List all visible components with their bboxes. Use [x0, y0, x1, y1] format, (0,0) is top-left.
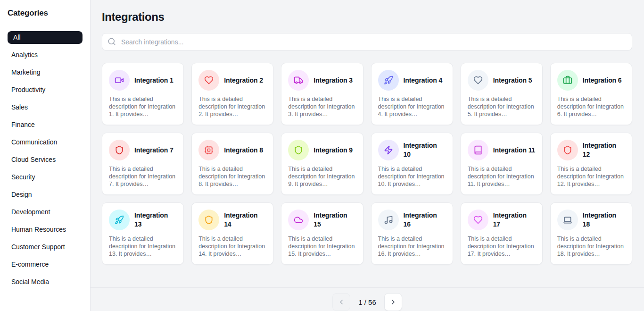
integration-card[interactable]: Integration 16 This is a detailed descri…	[371, 202, 453, 265]
integration-description: This is a detailed description for Integ…	[557, 165, 625, 188]
heart-icon	[468, 210, 488, 230]
integration-description: This is a detailed description for Integ…	[468, 235, 536, 258]
integration-card[interactable]: Integration 10 This is a detailed descri…	[371, 133, 453, 195]
shield-icon	[198, 210, 219, 230]
integration-card[interactable]: Integration 1 This is a detailed descrip…	[102, 63, 184, 125]
integration-title: Integration 2	[224, 76, 263, 85]
sidebar-item-development[interactable]: Development	[8, 206, 83, 219]
sidebar-nav: AllAnalyticsMarketingProductivitySalesFi…	[8, 31, 83, 288]
shield-icon	[109, 140, 130, 160]
integration-card[interactable]: Integration 6 This is a detailed descrip…	[550, 63, 632, 125]
integration-title: Integration 13	[134, 211, 177, 229]
sidebar-item-analytics[interactable]: Analytics	[8, 49, 83, 61]
integration-card[interactable]: Integration 7 This is a detailed descrip…	[102, 133, 184, 195]
sidebar-item-security[interactable]: Security	[8, 171, 83, 184]
heart-icon	[198, 70, 219, 91]
integration-title: Integration 1	[134, 76, 173, 85]
integration-card[interactable]: Integration 13 This is a detailed descri…	[102, 202, 184, 265]
sidebar-item-e-commerce[interactable]: E-commerce	[8, 258, 83, 271]
integration-title: Integration 5	[493, 76, 532, 85]
sidebar-item-marketing[interactable]: Marketing	[8, 66, 83, 79]
page-title: Integrations	[102, 10, 632, 24]
book-icon	[468, 140, 488, 160]
sidebar-item-cloud-services[interactable]: Cloud Services	[8, 153, 83, 166]
sidebar-title: Categories	[8, 8, 83, 18]
search-bar	[102, 33, 632, 50]
rocket-icon	[109, 210, 130, 230]
pagination: 1 / 56	[91, 287, 644, 311]
cpu-icon	[198, 140, 219, 160]
integration-description: This is a detailed description for Integ…	[198, 165, 266, 188]
integration-card[interactable]: Integration 11 This is a detailed descri…	[461, 133, 543, 195]
sidebar-item-sales[interactable]: Sales	[8, 101, 83, 114]
sidebar-item-design[interactable]: Design	[8, 188, 83, 201]
integration-title: Integration 15	[314, 211, 356, 229]
chevron-left-icon	[338, 298, 345, 306]
integration-description: This is a detailed description for Integ…	[198, 235, 266, 258]
integration-description: This is a detailed description for Integ…	[378, 95, 446, 118]
integration-title: Integration 18	[583, 211, 625, 229]
video-icon	[109, 70, 130, 91]
search-icon	[107, 37, 116, 46]
zap-icon	[378, 140, 399, 160]
sidebar-item-finance[interactable]: Finance	[8, 118, 83, 131]
prev-page-button[interactable]	[332, 293, 350, 311]
integration-description: This is a detailed description for Integ…	[557, 235, 625, 258]
integration-card[interactable]: Integration 2 This is a detailed descrip…	[191, 63, 273, 125]
integration-card[interactable]: Integration 17 This is a detailed descri…	[461, 202, 543, 265]
rocket-icon	[378, 70, 399, 91]
integration-description: This is a detailed description for Integ…	[557, 95, 625, 118]
sidebar-item-productivity[interactable]: Productivity	[8, 84, 83, 96]
integration-description: This is a detailed description for Integ…	[468, 165, 536, 188]
sidebar-item-human-resources[interactable]: Human Resources	[8, 223, 83, 236]
heart-icon	[468, 70, 488, 91]
integration-card[interactable]: Integration 9 This is a detailed descrip…	[281, 133, 363, 195]
cloud-icon	[288, 210, 309, 230]
laptop-icon	[557, 210, 578, 230]
integration-title: Integration 14	[224, 211, 266, 229]
integration-title: Integration 8	[224, 146, 263, 155]
truck-icon	[288, 70, 309, 91]
sidebar-item-all[interactable]: All	[8, 31, 83, 44]
search-input[interactable]	[102, 33, 632, 50]
integration-card[interactable]: Integration 12 This is a detailed descri…	[550, 133, 632, 195]
integration-card[interactable]: Integration 18 This is a detailed descri…	[550, 202, 632, 265]
integration-card[interactable]: Integration 3 This is a detailed descrip…	[281, 63, 363, 125]
integration-title: Integration 10	[404, 141, 446, 159]
integration-title: Integration 4	[404, 76, 443, 85]
integration-description: This is a detailed description for Integ…	[468, 95, 536, 118]
integration-title: Integration 6	[583, 76, 622, 85]
integration-description: This is a detailed description for Integ…	[378, 165, 446, 188]
integrations-grid: Integration 1 This is a detailed descrip…	[102, 63, 632, 265]
integration-description: This is a detailed description for Integ…	[288, 165, 356, 188]
shield-icon	[288, 140, 309, 160]
integration-description: This is a detailed description for Integ…	[198, 95, 266, 118]
integration-title: Integration 3	[314, 76, 353, 85]
music-icon	[378, 210, 399, 230]
integration-description: This is a detailed description for Integ…	[288, 235, 356, 258]
integration-title: Integration 11	[493, 146, 536, 155]
chevron-right-icon	[389, 298, 397, 306]
briefcase-icon	[557, 70, 578, 91]
integrations-page: Integrations Integration 1 This is a det…	[91, 0, 644, 311]
integration-description: This is a detailed description for Integ…	[288, 95, 356, 118]
integration-title: Integration 9	[314, 146, 353, 155]
page-indicator: 1 / 56	[357, 298, 378, 306]
integration-card[interactable]: Integration 14 This is a detailed descri…	[191, 202, 273, 265]
integration-card[interactable]: Integration 8 This is a detailed descrip…	[191, 133, 273, 195]
integration-description: This is a detailed description for Integ…	[109, 165, 177, 188]
integration-title: Integration 12	[583, 141, 625, 159]
shield-icon	[557, 140, 578, 160]
integration-card[interactable]: Integration 4 This is a detailed descrip…	[371, 63, 453, 125]
next-page-button[interactable]	[384, 293, 402, 311]
sidebar-item-customer-support[interactable]: Customer Support	[8, 241, 83, 253]
integration-title: Integration 16	[404, 211, 446, 229]
integration-title: Integration 7	[134, 146, 173, 155]
integration-card[interactable]: Integration 15 This is a detailed descri…	[281, 202, 363, 265]
integration-card[interactable]: Integration 5 This is a detailed descrip…	[461, 63, 543, 125]
integration-description: This is a detailed description for Integ…	[109, 235, 177, 258]
integration-description: This is a detailed description for Integ…	[378, 235, 446, 258]
categories-sidebar: Categories AllAnalyticsMarketingProducti…	[0, 0, 91, 311]
sidebar-item-communication[interactable]: Communication	[8, 136, 83, 149]
sidebar-item-social-media[interactable]: Social Media	[8, 276, 83, 288]
